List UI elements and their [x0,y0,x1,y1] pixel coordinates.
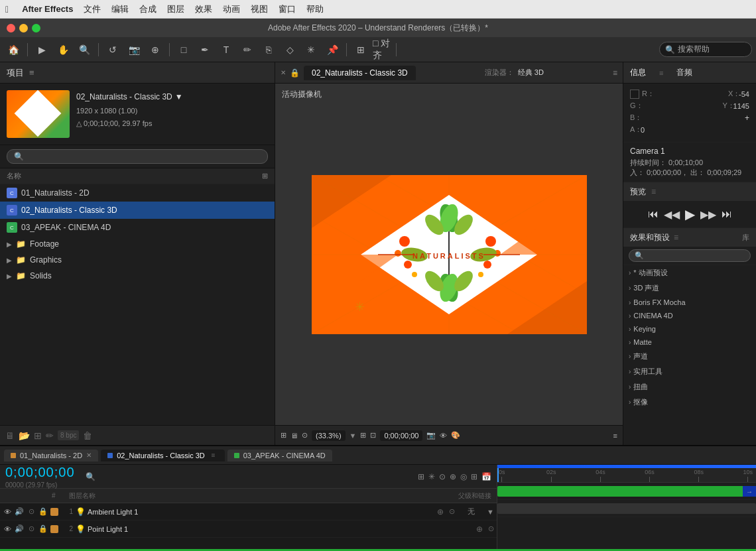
tab-audio[interactable]: 音频 [676,67,692,78]
grid-icon[interactable]: ⊞ [360,431,366,440]
menu-edit[interactable]: 编辑 [111,3,129,15]
search-icon[interactable]: 🔍 [86,472,95,481]
menu-compose[interactable]: 合成 [139,3,157,15]
snap-icon[interactable]: ⊡ [370,431,376,440]
monitor-icon[interactable]: 🖥 [290,432,298,440]
mask-icon[interactable]: ⊙ [302,431,308,440]
project-folder-footage[interactable]: ▶ 📁 Footage [0,236,275,252]
timeline-tab-2[interactable]: 02_Naturalists - Classic 3D ≡ [101,450,225,461]
menu-view[interactable]: 视图 [251,3,268,15]
comp-tab-active[interactable]: 02_Naturalists - Classic 3D [304,66,416,80]
rect-tool[interactable]: □ [174,41,193,58]
layer-icon[interactable]: ⊙ [439,472,446,481]
color-options[interactable]: 🎨 [451,431,460,440]
effects-menu-icon[interactable]: ≡ [674,233,678,242]
select-tool[interactable]: ▶ [32,41,51,58]
dropdown-icon[interactable]: ▼ [175,90,183,105]
info-menu-icon[interactable]: ≡ [659,69,663,77]
preview-prev[interactable]: ◀◀ [664,208,680,221]
audio-toggle-2[interactable]: 🔊 [15,524,24,534]
audio-toggle-1[interactable]: 🔊 [15,507,24,517]
3d-icon-2[interactable]: ⊕ [476,524,483,534]
align-right[interactable]: □ 对齐 [373,41,391,58]
viewer-area[interactable]: 活动摄像机 [275,84,623,425]
effect-item-1[interactable]: › 3D 声道 [623,280,756,296]
viewer-settings-icon[interactable]: ⊞ [281,431,286,440]
effects-lib-tab[interactable]: 库 [742,233,749,243]
output-icon[interactable]: 🖥 [5,430,15,441]
visibility-toggle-1[interactable]: 👁 [3,507,12,517]
timeline-tab-3[interactable]: 03_APEAK - CINEMA 4D [227,450,332,461]
home-button[interactable]: 🏠 [4,41,23,58]
help-search[interactable]: 🔍 搜索帮助 [659,42,752,57]
view-options[interactable]: 👁 [440,432,447,440]
layer-name-1[interactable]: Ambient Light 1 [88,508,432,516]
visibility-toggle-2[interactable]: 👁 [3,524,12,534]
col-sort-icon[interactable]: ⊞ [262,172,268,180]
zoom-display[interactable]: (33.3%) [312,430,346,441]
effect-item-9[interactable]: › 抠像 [623,395,756,410]
menu-file[interactable]: 文件 [84,3,101,15]
hand-tool[interactable]: ✋ [54,41,72,58]
effect-item-matte[interactable]: › Matte [623,336,756,349]
preview-first[interactable]: ⏮ [648,208,659,220]
effect-item-8[interactable]: › 扭曲 [623,379,756,395]
project-item-2[interactable]: C 02_Naturalists - Classic 3D [0,202,275,219]
effect-item-7[interactable]: › 实用工具 [623,364,756,379]
solo-icon[interactable]: ◎ [460,472,467,481]
solo-toggle-1[interactable]: ⊙ [27,507,36,517]
tab-menu-icon[interactable]: ≡ [212,452,216,459]
align-tool[interactable]: ⊞ [351,41,370,58]
project-folder-solids[interactable]: ▶ 📁 Solids [0,268,275,284]
effects-search-box[interactable]: 🔍 [629,249,751,262]
plus-icon[interactable]: + [745,113,749,123]
preview-menu-icon[interactable]: ≡ [651,187,656,196]
track-camera[interactable]: ⊕ [146,41,164,58]
zoom-arrow[interactable]: ▼ [349,432,357,440]
effect-item-keying[interactable]: › Keying [623,322,756,336]
camera-tool[interactable]: 📷 [125,41,143,58]
timeline-tab-1[interactable]: 01_Naturalists - 2D ✕ [4,450,98,461]
rotate-tool[interactable]: ↺ [103,41,122,58]
menu-effect[interactable]: 效果 [195,3,212,15]
preview-last[interactable]: ⏭ [722,208,732,220]
project-search-box[interactable]: 🔍 [7,149,268,164]
project-item-1[interactable]: C 01_Naturalists - 2D [0,184,275,202]
tab-info[interactable]: 信息 [630,67,646,78]
playhead[interactable] [497,468,499,482]
renderer-value[interactable]: 经典 3D [518,68,544,78]
calendar-icon[interactable]: 📅 [481,472,491,481]
zoom-tool[interactable]: 🔍 [75,41,94,58]
puppet-tool[interactable]: ✳ [302,41,320,58]
timecode-display[interactable]: 0;00;00;00 [5,465,75,480]
solo-toggle-2[interactable]: ⊙ [27,524,36,534]
grid-icon[interactable]: ⊞ [34,430,42,441]
folder-open-icon[interactable]: 📂 [19,430,30,441]
maximize-button[interactable] [32,24,40,32]
lock-toggle-1[interactable]: 🔒 [38,507,48,517]
lock-icon[interactable]: 🔒 [290,68,300,78]
graph-icon[interactable]: ⊞ [418,472,424,481]
menu-window[interactable]: 窗口 [279,3,296,15]
more-options[interactable]: ≡ [613,432,617,440]
menu-layer[interactable]: 图层 [167,3,184,15]
close-icon[interactable]: ✕ [281,69,286,76]
tab-close-1[interactable]: ✕ [86,452,92,459]
timecode-display[interactable]: 0;00;00;00 [380,430,422,441]
camera-icon[interactable]: 📷 [426,431,436,440]
pen-icon[interactable]: ✏ [46,430,54,441]
brush-tool[interactable]: ✏ [238,41,257,58]
text-tool[interactable]: T [217,41,235,58]
panel-menu-icon[interactable]: ≡ [613,68,617,78]
effect-item-2[interactable]: › Boris FX Mocha [623,296,756,309]
lock-toggle-2[interactable]: 🔒 [38,524,48,534]
close-button[interactable] [7,24,15,32]
clone-tool[interactable]: ⎘ [259,41,278,58]
parent-selector-2[interactable]: ⊙ [488,524,494,533]
trash-icon[interactable]: 🗑 [83,430,92,441]
pin-icon[interactable]: ✳ [428,472,435,481]
pen-tool[interactable]: ✒ [196,41,214,58]
mask2-icon[interactable]: ⊕ [450,472,456,481]
parent-selector-1[interactable]: ⊙ [449,507,455,516]
minimize-button[interactable] [19,24,28,32]
